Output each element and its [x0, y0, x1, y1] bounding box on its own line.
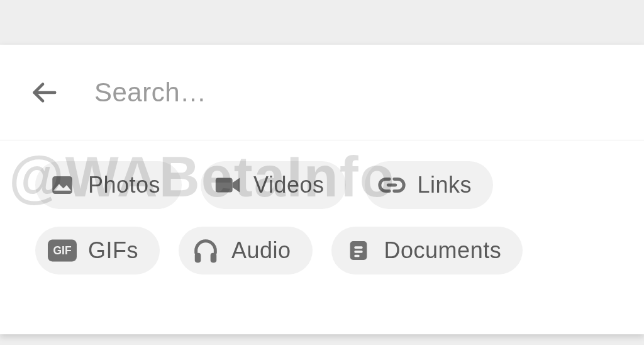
chip-label: GIFs — [88, 237, 138, 264]
search-bar — [0, 45, 644, 140]
svg-rect-10 — [354, 255, 359, 257]
chip-documents[interactable]: Documents — [331, 227, 523, 274]
svg-rect-2 — [216, 178, 233, 193]
screen: Photos Videos — [0, 0, 644, 345]
search-panel: Photos Videos — [0, 45, 644, 334]
link-icon — [377, 171, 406, 200]
chip-label: Documents — [384, 237, 502, 264]
filter-chips: Photos Videos — [0, 140, 644, 295]
chip-label: Audio — [231, 237, 291, 264]
svg-rect-8 — [354, 246, 362, 249]
search-input[interactable] — [94, 77, 644, 108]
arrow-left-icon — [30, 78, 58, 107]
svg-rect-6 — [211, 253, 217, 263]
gif-icon: GIF — [48, 236, 77, 265]
chip-audio[interactable]: Audio — [179, 227, 313, 274]
chip-photos[interactable]: Photos — [35, 161, 182, 209]
chip-row-2: GIF GIFs Audio — [35, 227, 609, 274]
chip-label: Photos — [88, 172, 160, 198]
chip-label: Links — [418, 172, 472, 198]
svg-rect-5 — [195, 253, 201, 263]
document-icon — [344, 236, 373, 265]
back-button[interactable] — [28, 77, 60, 108]
svg-rect-9 — [354, 251, 362, 253]
chip-gifs[interactable]: GIF GIFs — [35, 227, 160, 274]
chip-label: Videos — [253, 172, 324, 198]
svg-text:GIF: GIF — [53, 244, 71, 257]
svg-rect-1 — [52, 176, 72, 194]
photo-icon — [48, 171, 77, 200]
chip-videos[interactable]: Videos — [201, 161, 345, 209]
chip-links[interactable]: Links — [365, 161, 494, 209]
video-icon — [213, 171, 242, 200]
chip-row-1: Photos Videos — [35, 161, 609, 209]
headphones-icon — [191, 236, 220, 265]
